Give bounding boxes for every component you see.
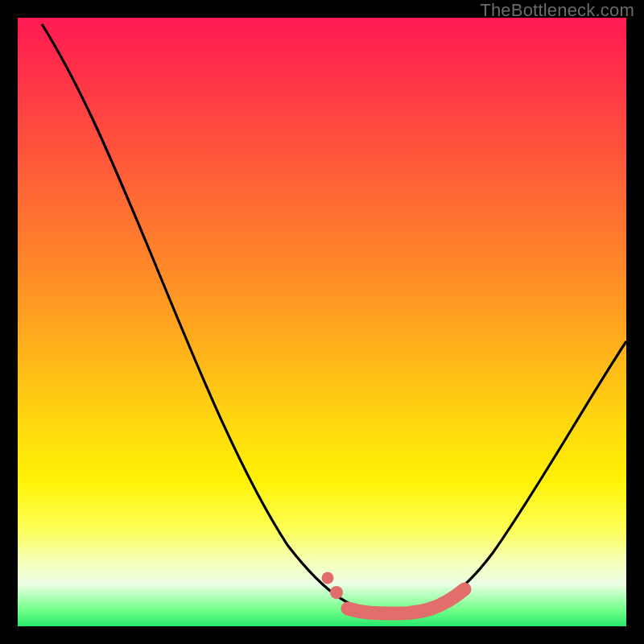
optimal-segment — [348, 589, 464, 613]
watermark-text: TheBottleneck.com — [480, 0, 634, 21]
marker-dot — [330, 586, 343, 599]
bottleneck-curve-svg — [18, 18, 626, 626]
marker-dot — [322, 572, 334, 584]
chart-frame — [18, 18, 626, 626]
bottleneck-curve — [42, 24, 626, 613]
